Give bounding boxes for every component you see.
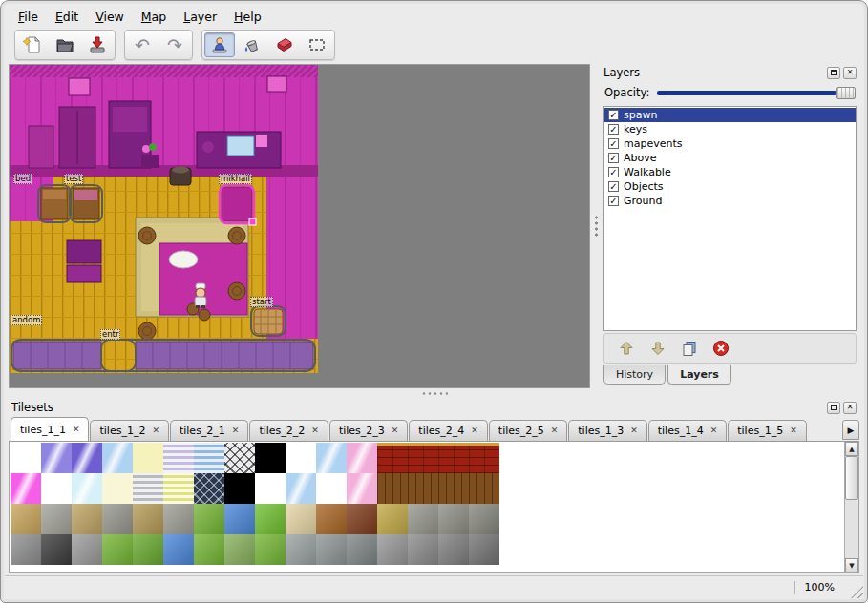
tile-cell[interactable] bbox=[438, 504, 469, 534]
tileset-tab-tiles_1_5[interactable]: tiles_1_5✕ bbox=[728, 420, 806, 441]
tile-cell[interactable] bbox=[469, 473, 499, 504]
dock-tab-history[interactable]: History bbox=[603, 365, 666, 385]
tile-cell[interactable] bbox=[255, 473, 286, 504]
tile-cell[interactable] bbox=[438, 473, 469, 504]
tile-cell[interactable] bbox=[438, 443, 469, 473]
layer-row-spawn[interactable]: ✓spawn bbox=[604, 108, 856, 122]
tile-cell[interactable] bbox=[255, 443, 286, 473]
map-canvas[interactable]: bedtestmikhailstartandomentr bbox=[9, 64, 590, 388]
layer-visibility-checkbox[interactable]: ✓ bbox=[608, 181, 619, 192]
tileset-scrollbar[interactable]: ▲ ▼ bbox=[844, 442, 858, 572]
undo-button[interactable]: ↶ bbox=[127, 32, 158, 57]
tileset-tab-tiles_2_2[interactable]: tiles_2_2✕ bbox=[249, 420, 328, 441]
layer-row-Objects[interactable]: ✓Objects bbox=[604, 179, 856, 194]
opacity-slider[interactable] bbox=[655, 83, 856, 102]
tile-cell[interactable] bbox=[102, 534, 133, 565]
tile-cell[interactable] bbox=[408, 534, 438, 565]
tile-cell[interactable] bbox=[194, 504, 224, 534]
tileset-tab-tiles_1_2[interactable]: tiles_1_2✕ bbox=[90, 420, 168, 441]
tab-close-icon[interactable]: ✕ bbox=[471, 426, 478, 435]
tab-close-icon[interactable]: ✕ bbox=[232, 426, 240, 435]
tab-close-icon[interactable]: ✕ bbox=[73, 426, 80, 434]
layer-visibility-checkbox[interactable]: ✓ bbox=[608, 153, 619, 163]
tile-cell[interactable] bbox=[347, 534, 377, 565]
tile-cell[interactable] bbox=[102, 473, 133, 504]
new-map-button[interactable] bbox=[17, 32, 48, 57]
tile-cell[interactable] bbox=[438, 534, 469, 565]
save-map-button[interactable] bbox=[82, 32, 113, 57]
tileset-tab-tiles_1_4[interactable]: tiles_1_4✕ bbox=[648, 420, 727, 441]
tile-cell[interactable] bbox=[133, 504, 163, 534]
tileset-tab-tiles_2_4[interactable]: tiles_2_4✕ bbox=[409, 420, 487, 441]
tile-cell[interactable] bbox=[316, 443, 347, 473]
tile-cell[interactable] bbox=[11, 443, 41, 473]
menu-file[interactable]: File bbox=[11, 7, 46, 27]
tab-close-icon[interactable]: ✕ bbox=[710, 426, 718, 435]
tile-cell[interactable] bbox=[255, 504, 286, 534]
layer-row-Ground[interactable]: ✓Ground bbox=[604, 194, 856, 208]
close-panel-button[interactable]: ✕ bbox=[843, 402, 857, 414]
delete-layer-button[interactable] bbox=[710, 338, 731, 359]
tile-cell[interactable] bbox=[286, 504, 316, 534]
tile-cell[interactable] bbox=[347, 504, 377, 534]
tile-cell[interactable] bbox=[469, 504, 499, 534]
tile-cell[interactable] bbox=[163, 473, 194, 504]
layer-row-keys[interactable]: ✓keys bbox=[604, 122, 856, 136]
tile-cell[interactable] bbox=[102, 504, 133, 534]
tile-cell[interactable] bbox=[41, 534, 72, 565]
menu-layer[interactable]: Layer bbox=[176, 7, 224, 27]
tile-cell[interactable] bbox=[72, 473, 102, 504]
tile-cell[interactable] bbox=[72, 443, 102, 473]
tile-cell[interactable] bbox=[316, 504, 347, 534]
tile-cell[interactable] bbox=[286, 534, 316, 565]
tile-cell[interactable] bbox=[11, 473, 41, 504]
raise-layer-button[interactable] bbox=[616, 338, 637, 359]
tab-close-icon[interactable]: ✕ bbox=[790, 426, 797, 435]
tile-cell[interactable] bbox=[316, 534, 347, 565]
vertical-splitter[interactable] bbox=[592, 64, 600, 388]
tab-close-icon[interactable]: ✕ bbox=[392, 426, 399, 435]
open-map-button[interactable] bbox=[50, 32, 80, 57]
tile-cell[interactable] bbox=[286, 443, 316, 473]
tile-cell[interactable] bbox=[408, 473, 438, 504]
eraser-button[interactable] bbox=[269, 32, 300, 57]
tile-cell[interactable] bbox=[469, 443, 499, 473]
close-panel-button[interactable]: ✕ bbox=[843, 67, 857, 79]
tile-cell[interactable] bbox=[102, 443, 133, 473]
tile-cell[interactable] bbox=[224, 504, 255, 534]
tileset-tab-tiles_1_1[interactable]: tiles_1_1✕ bbox=[11, 417, 89, 441]
tab-close-icon[interactable]: ✕ bbox=[551, 426, 559, 435]
horizontal-splitter[interactable] bbox=[9, 388, 859, 399]
bucket-fill-button[interactable] bbox=[237, 32, 267, 57]
tile-cell[interactable] bbox=[377, 473, 408, 504]
tile-cell[interactable] bbox=[194, 534, 224, 565]
tile-cell[interactable] bbox=[163, 534, 194, 565]
tile-cell[interactable] bbox=[133, 534, 163, 565]
layer-visibility-checkbox[interactable]: ✓ bbox=[608, 124, 619, 135]
rect-select-button[interactable] bbox=[302, 32, 332, 57]
menu-edit[interactable]: Edit bbox=[48, 7, 86, 27]
opacity-slider-handle[interactable] bbox=[836, 87, 856, 99]
lower-layer-button[interactable] bbox=[647, 338, 668, 359]
float-panel-button[interactable] bbox=[827, 67, 840, 79]
tileset-tab-tiles_2_5[interactable]: tiles_2_5✕ bbox=[489, 420, 567, 441]
tileset-tab-tiles_2_3[interactable]: tiles_2_3✕ bbox=[329, 420, 408, 441]
scroll-down-button[interactable]: ▼ bbox=[845, 558, 858, 572]
duplicate-layer-button[interactable] bbox=[679, 338, 700, 359]
tileset-tab-tiles_2_1[interactable]: tiles_2_1✕ bbox=[170, 420, 248, 441]
tileset-tab-tiles_1_3[interactable]: tiles_1_3✕ bbox=[568, 420, 646, 441]
tile-cell[interactable] bbox=[377, 534, 408, 565]
tile-cell[interactable] bbox=[11, 534, 41, 565]
tile-cell[interactable] bbox=[347, 473, 377, 504]
tab-close-icon[interactable]: ✕ bbox=[630, 426, 638, 435]
tile-cell[interactable] bbox=[194, 473, 224, 504]
tile-cell[interactable] bbox=[163, 443, 194, 473]
tile-cell[interactable] bbox=[133, 473, 163, 504]
layer-visibility-checkbox[interactable]: ✓ bbox=[608, 167, 619, 177]
tile-cell[interactable] bbox=[408, 443, 438, 473]
menu-map[interactable]: Map bbox=[134, 7, 174, 27]
tile-cell[interactable] bbox=[224, 473, 255, 504]
tile-cell[interactable] bbox=[469, 534, 499, 565]
tile-cell[interactable] bbox=[224, 534, 255, 565]
tab-scroll-right-button[interactable]: ▶ bbox=[842, 420, 859, 440]
